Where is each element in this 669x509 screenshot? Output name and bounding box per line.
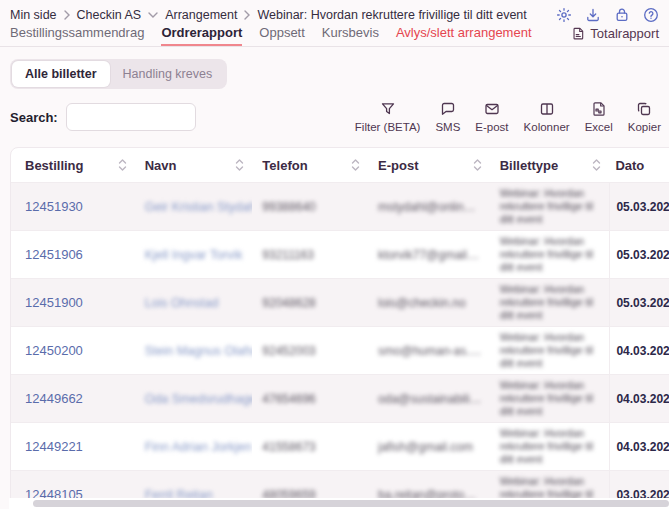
- breadcrumb-arrangement[interactable]: Arrangement: [165, 8, 237, 22]
- table-row: 12451900 Lois Ohnstad 92048628 lois@chec…: [11, 278, 669, 326]
- order-number-link[interactable]: 12449662: [25, 391, 83, 406]
- chevron-right-icon: [64, 10, 70, 20]
- tab-bar: Bestillingssammendrag Ordrerapport Oppse…: [0, 26, 669, 47]
- sms-button[interactable]: SMS: [435, 101, 460, 133]
- order-number-link[interactable]: 12451900: [25, 295, 83, 310]
- excel-icon: [591, 101, 607, 117]
- table-row: 12450200 Stein Magnus Olafsrud 92452003 …: [11, 326, 669, 374]
- chevron-down-icon: [148, 12, 158, 18]
- breadcrumb-event-title[interactable]: Webinar: Hvordan rekruttere frivillige t…: [257, 8, 526, 22]
- customer-name: Lois Ohnstad: [145, 296, 219, 310]
- columns-icon: [539, 101, 555, 117]
- copy-icon: [636, 101, 652, 117]
- epost-button[interactable]: E-post: [475, 101, 508, 133]
- tab-ordrerapport[interactable]: Ordrerapport: [161, 25, 242, 46]
- tab-kursbevis[interactable]: Kursbevis: [322, 25, 379, 46]
- table-toolbar: Filter (BETA) SMS E-post: [355, 101, 661, 133]
- ticket-filter-toggle: Alle billetter Handling kreves: [10, 59, 227, 89]
- report-icon: [572, 27, 585, 40]
- sort-icon[interactable]: [351, 158, 360, 172]
- order-date: 04.03.2024: [616, 440, 669, 454]
- order-number-link[interactable]: 12451906: [25, 247, 83, 262]
- lock-icon[interactable]: [614, 7, 630, 23]
- settings-gear-icon[interactable]: [556, 7, 572, 23]
- tab-avlys-slett[interactable]: Avlys/slett arrangement: [396, 25, 532, 46]
- chevron-right-icon: [244, 10, 250, 20]
- sort-icon[interactable]: [592, 158, 601, 172]
- sms-icon: [440, 101, 456, 117]
- top-bar: Min side Checkin AS Arrangement Webinar:…: [0, 0, 669, 26]
- ticket-type: Webinar: Hvordan rekruttere frivillige t…: [500, 331, 602, 370]
- breadcrumb-checkin-as[interactable]: Checkin AS: [77, 8, 142, 22]
- search-toolbar-row: Search: Filter (BETA) SMS: [10, 101, 669, 133]
- breadcrumb-min-side[interactable]: Min side: [10, 8, 57, 22]
- ticket-type: Webinar: Hvordan rekruttere frivillige t…: [500, 427, 602, 466]
- table-row: 12451906 Kjell Ingvar Torvik 93211163 kt…: [11, 230, 669, 278]
- excel-button[interactable]: Excel: [585, 101, 613, 133]
- customer-name: Stein Magnus Olafsrud: [145, 344, 253, 358]
- column-header-bestilling[interactable]: Bestilling: [11, 148, 135, 182]
- column-header-epost[interactable]: E-post: [368, 148, 490, 182]
- tab-oppsett[interactable]: Oppsett: [259, 25, 305, 46]
- customer-phone: 93211163: [262, 248, 314, 262]
- main-content: Alle billetter Handling kreves Search: F…: [0, 47, 669, 509]
- customer-email: jafish@gmail.com: [378, 440, 473, 454]
- ticket-type: Webinar: Hvordan rekruttere frivillige t…: [500, 283, 602, 322]
- tab-bestillingssammendrag[interactable]: Bestillingssammendrag: [10, 25, 144, 46]
- order-number-link[interactable]: 12449221: [25, 439, 83, 454]
- breadcrumb: Min side Checkin AS Arrangement Webinar:…: [10, 8, 527, 22]
- customer-phone: 92452003: [262, 344, 315, 358]
- download-icon[interactable]: [585, 7, 601, 23]
- search-input[interactable]: [66, 103, 196, 131]
- top-icon-group: [556, 7, 659, 23]
- customer-email: smo@human-as.no: [378, 344, 482, 358]
- table-row: 12451930 Geir Kristian Stydahl 99388640 …: [11, 182, 669, 230]
- horizontal-scrollbar-thumb[interactable]: [33, 500, 669, 507]
- column-header-billettype[interactable]: Billettype: [490, 148, 610, 182]
- customer-name: Oda Smedsrudhagen: [145, 392, 253, 406]
- table-body: 12451930 Geir Kristian Stydahl 99388640 …: [11, 182, 669, 509]
- sort-icon[interactable]: [473, 158, 482, 172]
- customer-email: oda@sustainabilityhub.no: [378, 392, 482, 406]
- filter-beta-button[interactable]: Filter (BETA): [355, 101, 421, 133]
- column-header-navn[interactable]: Navn: [135, 148, 253, 182]
- customer-email: ktorvik77@gmail.com: [378, 248, 482, 262]
- customer-name: Finn Adrian Jorkjen: [145, 440, 252, 454]
- filter-icon: [380, 101, 396, 117]
- table-row: 12449662 Oda Smedsrudhagen 47654696 oda@…: [11, 374, 669, 422]
- totalrapport-label: Totalrapport: [590, 26, 659, 41]
- sort-icon[interactable]: [118, 158, 127, 172]
- column-header-dato[interactable]: Dato: [609, 148, 669, 182]
- kopier-button[interactable]: Kopier: [628, 101, 661, 133]
- toggle-alle-billetter[interactable]: Alle billetter: [12, 61, 110, 87]
- order-date: 05.03.2024: [616, 200, 669, 214]
- customer-phone: 41558673: [262, 440, 315, 454]
- orders-table: Bestilling Navn Telefon E-post Billettyp…: [10, 147, 669, 509]
- column-header-telefon[interactable]: Telefon: [252, 148, 368, 182]
- ticket-type: Webinar: Hvordan rekruttere frivillige t…: [500, 379, 602, 418]
- search-box: Search:: [10, 103, 196, 131]
- customer-phone: 92048628: [262, 296, 315, 310]
- email-icon: [484, 101, 500, 117]
- customer-name: Kjell Ingvar Torvik: [145, 248, 243, 262]
- customer-email: mstydahl@online.no: [378, 200, 482, 214]
- customer-phone: 47654696: [262, 392, 315, 406]
- customer-name: Geir Kristian Stydahl: [145, 200, 253, 214]
- ticket-type: Webinar: Hvordan rekruttere frivillige t…: [500, 187, 602, 226]
- order-date: 05.03.2024: [616, 296, 669, 310]
- search-label: Search:: [10, 110, 58, 125]
- table-row: 12449221 Finn Adrian Jorkjen 41558673 ja…: [11, 422, 669, 470]
- ticket-type: Webinar: Hvordan rekruttere frivillige t…: [500, 235, 602, 274]
- customer-phone: 99388640: [262, 200, 315, 214]
- order-date: 04.03.2024: [616, 344, 669, 358]
- kolonner-button[interactable]: Kolonner: [524, 101, 570, 133]
- totalrapport-link[interactable]: Totalrapport: [572, 26, 659, 46]
- order-date: 05.03.2024: [616, 248, 669, 262]
- table-header-row: Bestilling Navn Telefon E-post Billettyp…: [11, 148, 669, 182]
- help-icon[interactable]: [643, 7, 659, 23]
- sort-icon[interactable]: [235, 158, 244, 172]
- order-number-link[interactable]: 12451930: [25, 199, 83, 214]
- order-number-link[interactable]: 12450200: [25, 343, 83, 358]
- customer-email: lois@checkin.no: [378, 296, 466, 310]
- toggle-handling-kreves[interactable]: Handling kreves: [110, 61, 226, 87]
